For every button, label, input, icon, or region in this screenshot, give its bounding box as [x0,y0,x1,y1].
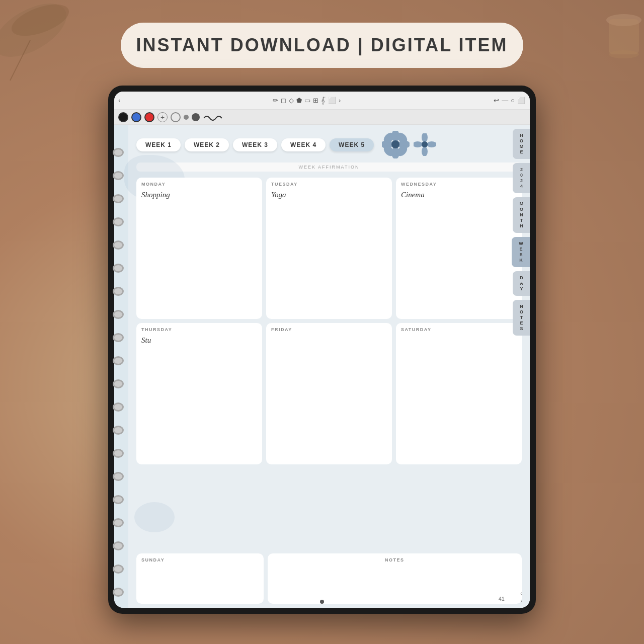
text-icon[interactable]: ⊞ [312,96,319,105]
eraser-icon[interactable]: ◻ [280,96,287,105]
monday-label: MONDAY [141,182,257,187]
bottom-row: SUNDAY NOTES [128,553,530,608]
nav-icons-group: ↩ — ○ ⬜ [493,96,526,105]
banner: INSTANT DOWNLOAD | DIGITAL ITEM [121,23,523,68]
spiral-ring [113,171,124,180]
banner-text: INSTANT DOWNLOAD | DIGITAL ITEM [136,35,508,56]
svg-point-20 [427,141,436,147]
sidebar-notes-label: NOTES [519,304,524,332]
opacity-control[interactable] [171,112,181,122]
tablet-screen: ‹ ✏ ◻ ◇ ⬟ ▭ ⊞ 𝄟 ⬜ › ↩ — ○ ⬜ [114,92,530,608]
week-tabs-row: WEEK 1 WEEK 2 WEEK 3 WEEK 4 WEEK 5 [128,125,530,163]
svg-rect-4 [609,19,639,54]
brush-size-small[interactable] [184,115,189,120]
color-toolbar: + [114,110,530,125]
spiral-ring [113,379,124,388]
zoom-out-icon[interactable]: — [501,96,509,105]
spiral-ring [113,356,124,365]
week-tab-5[interactable]: WEEK 5 [330,138,374,151]
sidebar-day-label: DAY [519,275,524,292]
zoom-circle-icon[interactable]: ○ [510,96,515,105]
sidebar-tab-month[interactable]: MONTH [513,197,530,233]
monday-content[interactable]: Shopping [141,190,257,200]
spiral-ring [113,565,124,574]
svg-point-17 [422,133,428,142]
wednesday-label: WEDNESDAY [401,182,517,187]
sidebar-tab-notes[interactable]: NOTES [513,300,530,336]
mic-icon[interactable]: 𝄟 [320,96,326,105]
thursday-content[interactable]: Stu [141,335,257,346]
spiral-ring [113,287,124,296]
planner-body: WEEK 1 WEEK 2 WEEK 3 WEEK 4 WEEK 5 [114,125,530,608]
brush-size-large[interactable] [192,113,200,121]
friday-cell[interactable]: FRIDAY [266,323,392,464]
undo-icon[interactable]: ↩ [493,96,500,105]
color-swatch-black[interactable] [118,112,128,122]
svg-point-5 [609,50,639,58]
week-tab-4[interactable]: WEEK 4 [281,138,326,151]
spiral-ring [113,403,124,412]
tool-icons-group: ✏ ◻ ◇ ⬟ ▭ ⊞ 𝄟 ⬜ › [272,96,341,105]
tuesday-content[interactable]: Yoga [271,190,387,200]
notes-cell[interactable]: NOTES [268,553,522,604]
next-page-arrow[interactable]: › [520,598,522,604]
photo-icon[interactable]: ⬜ [328,96,337,105]
days-grid: MONDAY Shopping TUESDAY Yoga WEDNESDAY C… [128,176,530,553]
shape-icon[interactable]: ▭ [304,96,311,105]
week-tab-3[interactable]: WEEK 3 [233,138,277,151]
add-color-button[interactable]: + [157,112,168,122]
saturday-label: SATURDAY [401,327,517,332]
marker-icon[interactable]: ◇ [288,96,294,105]
planner-page: WEEK 1 WEEK 2 WEEK 3 WEEK 4 WEEK 5 [128,125,530,608]
color-swatch-blue[interactable] [131,112,141,122]
thursday-cell[interactable]: THURSDAY Stu [136,323,262,464]
week-tab-2[interactable]: WEEK 2 [185,138,229,151]
svg-point-21 [422,141,428,147]
spiral-ring [113,495,124,504]
sunday-label: SUNDAY [141,557,259,562]
color-swatch-red[interactable] [144,112,154,122]
saturday-cell[interactable]: SATURDAY [396,323,522,464]
spiral-ring [113,333,124,342]
tuesday-label: TUESDAY [271,182,387,187]
spiral-ring [113,148,124,157]
spiral-ring [113,541,124,550]
bg-blob-2 [134,502,175,532]
friday-label: FRIDAY [271,327,387,332]
scroll-thumb[interactable] [320,600,324,604]
sidebar-tab-home[interactable]: HOME [513,129,530,159]
svg-point-18 [422,146,428,156]
pencil-icon[interactable]: ✏ [272,96,279,105]
sidebar-tab-day[interactable]: DAY [513,271,530,296]
brush-preview [203,112,223,122]
more-icon[interactable]: › [338,96,341,105]
flower-decoration-2 [414,133,436,156]
week-tab-1[interactable]: WEEK 1 [136,138,181,151]
sidebar-month-label: MONTH [519,201,524,229]
sunday-cell[interactable]: SUNDAY [136,553,264,604]
bg-cup-decoration [553,0,644,91]
spiral-ring [113,240,124,250]
lasso-icon[interactable]: ⬟ [296,96,302,105]
wednesday-content[interactable]: Cinema [401,190,517,200]
spiral-binding [108,141,128,604]
tuesday-cell[interactable]: TUESDAY Yoga [266,178,392,319]
spiral-ring [113,217,124,226]
svg-point-15 [391,140,399,148]
spiral-ring [113,426,124,435]
wednesday-cell[interactable]: WEDNESDAY Cinema [396,178,522,319]
page-icon[interactable]: ⬜ [517,96,526,105]
app-toolbar: ‹ ✏ ◻ ◇ ⬟ ▭ ⊞ 𝄟 ⬜ › ↩ — ○ ⬜ [114,92,530,110]
toolbar-back-arrow[interactable]: ‹ [118,97,120,104]
bg-leaf-decoration [0,0,101,101]
thursday-label: THURSDAY [141,327,257,332]
sidebar-tab-week[interactable]: WEEK [512,237,530,267]
monday-cell[interactable]: MONDAY Shopping [136,178,262,319]
sidebar-2024-label: 2024 [519,167,524,189]
sidebar-tab-2024[interactable]: 2024 [513,163,530,193]
flower-decoration-1 [382,131,410,158]
prev-page-arrow[interactable]: ‹ [520,591,522,596]
notes-label: NOTES [273,557,517,562]
week-affirmation-bar: WEEK AFFIRMATION [136,163,522,172]
spiral-ring [113,310,124,319]
